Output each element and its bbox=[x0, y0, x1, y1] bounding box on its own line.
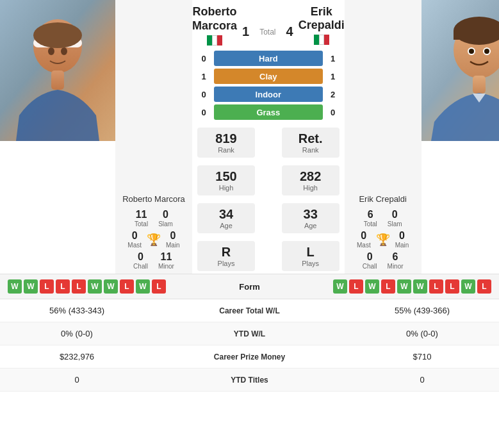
right-form-4: L bbox=[381, 279, 395, 294]
total-label: Total bbox=[259, 28, 275, 37]
svg-rect-15 bbox=[473, 76, 486, 94]
form-section: W W L L L W W L W L Form W L W L W W L L… bbox=[0, 274, 499, 299]
left-rank-box: 819 Rank bbox=[197, 128, 255, 158]
left-form-4: L bbox=[56, 279, 70, 294]
right-mast-stat: 0 Mast bbox=[357, 230, 371, 249]
hard-left-score: 0 bbox=[197, 54, 210, 63]
form-label: Form bbox=[218, 282, 282, 292]
surface-clay-row: 1 Clay 1 bbox=[197, 69, 339, 84]
right-form-7: L bbox=[429, 279, 443, 294]
career-wl-right: 55% (439-366) bbox=[345, 301, 499, 320]
left-form-9: W bbox=[136, 279, 150, 294]
svg-rect-10 bbox=[454, 31, 499, 40]
right-minor-stat: 6 Minor bbox=[388, 251, 404, 270]
right-player-photo bbox=[421, 0, 499, 141]
right-form-2: L bbox=[349, 279, 363, 294]
right-high-box: 282 High bbox=[282, 165, 339, 195]
left-plays-box: R Plays bbox=[197, 241, 255, 271]
prize-money-left: $232,976 bbox=[0, 347, 154, 367]
left-chall-stat: 0 Chall bbox=[133, 251, 148, 270]
right-age-box: 33 Age bbox=[282, 203, 339, 233]
left-form-3: L bbox=[40, 279, 54, 294]
right-form-1: W bbox=[333, 279, 347, 294]
right-player-name-label: Erik Crepaldi bbox=[359, 194, 406, 204]
right-player-heading: Erik Crepaldi bbox=[299, 5, 345, 32]
prize-money-label: Career Prize Money bbox=[154, 353, 345, 361]
right-chall-stat: 0 Chall bbox=[363, 251, 377, 270]
right-form-8: L bbox=[445, 279, 459, 294]
ytd-titles-right: 0 bbox=[345, 370, 499, 390]
surface-hard-row: 0 Hard 1 bbox=[197, 51, 339, 66]
ytd-wl-label: YTD W/L bbox=[154, 329, 345, 338]
ytd-wl-row: 0% (0-0) YTD W/L 0% (0-0) bbox=[0, 322, 499, 345]
prize-money-right: $710 bbox=[345, 347, 499, 367]
left-age-box: 34 Age bbox=[197, 203, 255, 233]
left-form-7: W bbox=[104, 279, 118, 294]
left-form-5: L bbox=[72, 279, 86, 294]
right-form-9: W bbox=[461, 279, 475, 294]
indoor-badge: Indoor bbox=[214, 87, 323, 102]
left-form-1: W bbox=[8, 279, 22, 294]
right-form-10: L bbox=[477, 279, 491, 294]
center-column: Roberto Marcora 1 bbox=[192, 0, 345, 274]
left-player-photo bbox=[0, 0, 115, 141]
right-rank-col: Ret. Rank 282 High 33 Age L Plays bbox=[282, 125, 339, 274]
right-flag bbox=[314, 35, 329, 45]
surface-rows: 0 Hard 1 1 Clay 1 0 Indoor 2 0 Grass bbox=[192, 51, 345, 120]
total-left-score: 1 bbox=[242, 24, 249, 39]
right-form-3: W bbox=[365, 279, 379, 294]
ytd-wl-left: 0% (0-0) bbox=[0, 324, 154, 344]
right-rank-box: Ret. Rank bbox=[282, 128, 339, 158]
right-trophy-icon: 🏆 bbox=[376, 233, 390, 247]
left-total-stat: 11 Total bbox=[135, 209, 148, 228]
right-plays-box: L Plays bbox=[282, 241, 339, 271]
left-player-heading: Roberto Marcora bbox=[192, 5, 237, 33]
left-form-8: L bbox=[120, 279, 134, 294]
right-form-results: W L W L W W L L W L bbox=[282, 279, 492, 294]
career-wl-label: Career Total W/L bbox=[154, 306, 345, 315]
indoor-right-score: 2 bbox=[327, 90, 339, 99]
left-main-stat: 0 Main bbox=[166, 230, 180, 249]
main-container: Roberto Marcora 11 Total 0 Slam 0 Mast 🏆 bbox=[0, 0, 499, 392]
career-wl-left: 56% (433-343) bbox=[0, 301, 154, 320]
indoor-left-score: 0 bbox=[197, 90, 210, 99]
right-form-5: W bbox=[397, 279, 411, 294]
left-form-10: L bbox=[152, 279, 166, 294]
left-form-6: W bbox=[88, 279, 102, 294]
svg-rect-5 bbox=[51, 71, 64, 90]
grass-right-score: 0 bbox=[327, 108, 339, 117]
career-wl-row: 56% (433-343) Career Total W/L 55% (439-… bbox=[0, 299, 499, 322]
hard-badge: Hard bbox=[214, 51, 323, 66]
svg-point-4 bbox=[61, 47, 67, 55]
right-form-6: W bbox=[413, 279, 427, 294]
prize-money-row: $232,976 Career Prize Money $710 bbox=[0, 345, 499, 369]
stats-table: 56% (433-343) Career Total W/L 55% (439-… bbox=[0, 299, 499, 392]
svg-point-13 bbox=[469, 49, 474, 54]
left-trophy-icon: 🏆 bbox=[147, 233, 161, 247]
left-form-2: W bbox=[24, 279, 38, 294]
left-minor-stat: 11 Minor bbox=[158, 251, 174, 270]
clay-badge: Clay bbox=[214, 69, 323, 84]
hard-right-score: 1 bbox=[327, 54, 339, 63]
left-flag bbox=[207, 35, 222, 46]
left-player-name: Roberto Marcora bbox=[122, 194, 185, 204]
surface-grass-row: 0 Grass 0 bbox=[197, 104, 339, 120]
svg-point-6 bbox=[33, 22, 82, 48]
svg-point-14 bbox=[484, 49, 489, 54]
left-rank-col: 819 Rank 150 High 34 Age R Plays bbox=[197, 125, 255, 274]
left-slam-stat: 0 Slam bbox=[158, 209, 173, 228]
ytd-titles-label: YTD Titles bbox=[154, 376, 345, 385]
top-section: Roberto Marcora 11 Total 0 Slam 0 Mast 🏆 bbox=[0, 0, 499, 274]
svg-point-3 bbox=[48, 47, 54, 55]
ytd-wl-right: 0% (0-0) bbox=[345, 324, 499, 344]
clay-right-score: 1 bbox=[327, 72, 339, 81]
total-right-score: 4 bbox=[286, 24, 293, 39]
left-mast-stat: 0 Mast bbox=[127, 230, 142, 249]
right-main-stat: 0 Main bbox=[395, 230, 409, 249]
grass-left-score: 0 bbox=[197, 108, 210, 117]
clay-left-score: 1 bbox=[197, 72, 210, 81]
right-slam-stat: 0 Slam bbox=[388, 209, 402, 228]
right-total-stat: 6 Total bbox=[364, 209, 377, 228]
right-player-stats: Erik Crepaldi 6 Total 0 Slam 0 Mast 🏆 bbox=[345, 0, 421, 274]
surface-indoor-row: 0 Indoor 2 bbox=[197, 87, 339, 102]
